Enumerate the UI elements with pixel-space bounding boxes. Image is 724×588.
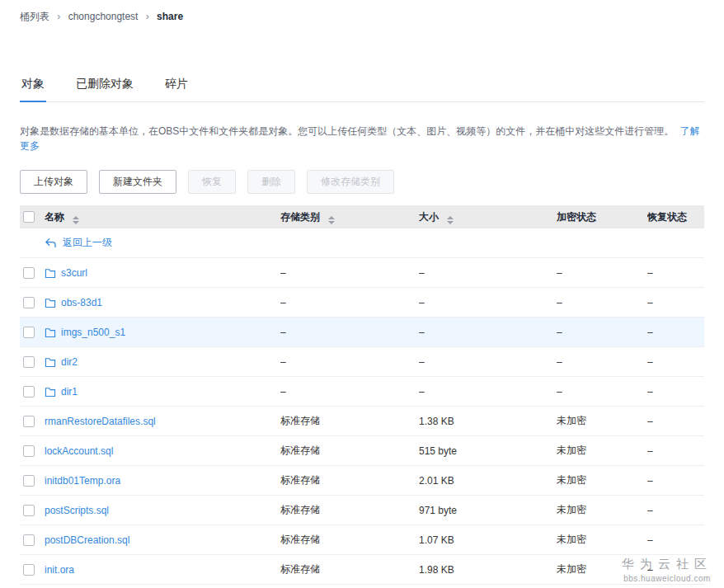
encryption-status-cell: 未加密 xyxy=(557,473,647,487)
object-name-link[interactable]: postScripts.sql xyxy=(45,505,109,516)
folder-icon xyxy=(45,387,56,397)
tabs: 对象 已删除对象 碎片 xyxy=(20,70,704,102)
table-row: dir2 – – – – xyxy=(20,347,704,377)
row-checkbox[interactable] xyxy=(23,445,35,457)
row-checkbox[interactable] xyxy=(23,327,35,338)
restore-status-cell: – xyxy=(647,327,704,338)
storage-class-cell: – xyxy=(280,267,419,279)
restore-status-cell: – xyxy=(647,356,704,368)
tab-objects[interactable]: 对象 xyxy=(20,70,46,101)
table-header: 名称 存储类别 大小 加密状态 恢复状态 xyxy=(20,205,704,228)
select-all-checkbox[interactable] xyxy=(23,211,35,223)
table-row: dir1 – – – – xyxy=(20,377,704,407)
restore-status-cell: – xyxy=(647,475,704,487)
table-row: rmanRestoreDatafiles.sql 标准存储 1.38 KB 未加… xyxy=(20,407,704,436)
size-cell: 1.38 KB xyxy=(419,416,557,427)
row-checkbox[interactable] xyxy=(23,267,35,279)
restore-status-cell: – xyxy=(647,505,704,516)
sort-icon-size[interactable] xyxy=(447,216,454,224)
object-name-link[interactable]: init.ora xyxy=(45,564,74,576)
object-name-link[interactable]: obs-83d1 xyxy=(61,297,102,308)
table-row: s3curl – – – – xyxy=(20,258,704,288)
encryption-status-cell: – xyxy=(557,356,647,368)
tab-fragments[interactable]: 碎片 xyxy=(163,70,190,101)
upload-object-button[interactable]: 上传对象 xyxy=(20,170,87,194)
sort-icon-name[interactable] xyxy=(73,216,79,224)
encryption-status-cell: 未加密 xyxy=(557,503,647,517)
restore-status-cell: – xyxy=(647,267,704,279)
breadcrumb-bucket-list[interactable]: 桶列表 xyxy=(20,11,49,22)
size-cell: – xyxy=(419,327,557,338)
tab-deleted-objects[interactable]: 已删除对象 xyxy=(74,70,135,101)
encryption-status-cell: – xyxy=(557,327,647,338)
storage-class-cell: 标准存储 xyxy=(280,414,419,428)
object-name-link[interactable]: initdb01Temp.ora xyxy=(45,475,120,487)
object-name-link[interactable]: dir1 xyxy=(61,386,78,397)
table-row: obs-83d1 – – – – xyxy=(20,288,704,318)
storage-class-cell: – xyxy=(280,386,419,397)
object-name-link[interactable]: postDBCreation.sql xyxy=(45,534,129,546)
breadcrumb: 桶列表 › chongchongtest › share xyxy=(20,0,704,24)
storage-class-cell: 标准存储 xyxy=(280,444,419,458)
back-to-parent-link[interactable]: 返回上一级 xyxy=(63,236,112,250)
storage-class-cell: – xyxy=(280,297,419,308)
objects-table: 名称 存储类别 大小 加密状态 恢复状态 返回上一级 xyxy=(20,205,704,585)
sort-icon-storage-class[interactable] xyxy=(328,216,335,224)
encryption-status-cell: – xyxy=(557,386,647,397)
modify-storage-class-button[interactable]: 修改存储类别 xyxy=(307,170,394,194)
size-cell: – xyxy=(419,267,557,279)
table-row: postScripts.sql 标准存储 971 byte 未加密 – xyxy=(20,496,704,525)
table-row: initdb01Temp.ora 标准存储 2.01 KB 未加密 – xyxy=(20,466,704,496)
size-cell: 515 byte xyxy=(419,445,557,457)
object-name-link[interactable]: lockAccount.sql xyxy=(45,445,113,457)
folder-icon xyxy=(45,357,56,367)
column-header-storage-class[interactable]: 存储类别 xyxy=(280,211,320,223)
object-name-link[interactable]: dir2 xyxy=(61,356,78,368)
storage-class-cell: – xyxy=(280,356,419,368)
folder-icon xyxy=(45,298,56,308)
storage-class-cell: 标准存储 xyxy=(280,473,419,487)
breadcrumb-separator: › xyxy=(57,11,60,22)
row-checkbox[interactable] xyxy=(23,475,35,487)
column-header-encryption-status: 加密状态 xyxy=(557,211,596,223)
row-checkbox[interactable] xyxy=(23,297,35,308)
breadcrumb-bucket-name[interactable]: chongchongtest xyxy=(68,11,139,22)
table-row: init.ora 标准存储 1.98 KB 未加密 – xyxy=(20,555,704,585)
breadcrumb-current-folder: share xyxy=(157,11,183,22)
column-header-restore-status: 恢复状态 xyxy=(647,211,687,223)
row-checkbox[interactable] xyxy=(23,356,35,368)
column-header-size[interactable]: 大小 xyxy=(419,211,439,223)
size-cell: – xyxy=(419,356,557,368)
delete-button[interactable]: 删除 xyxy=(247,170,295,194)
table-row: lockAccount.sql 标准存储 515 byte 未加密 – xyxy=(20,436,704,466)
size-cell: – xyxy=(419,297,557,308)
encryption-status-cell: 未加密 xyxy=(557,444,647,458)
table-row: postDBCreation.sql 标准存储 1.07 KB 未加密 – xyxy=(20,525,704,555)
obs-object-page: 桶列表 › chongchongtest › share 对象 已删除对象 碎片… xyxy=(0,0,724,585)
size-cell: 1.98 KB xyxy=(419,564,557,576)
storage-class-cell: 标准存储 xyxy=(280,562,419,576)
storage-class-cell: 标准存储 xyxy=(280,503,419,517)
row-checkbox[interactable] xyxy=(23,505,35,516)
restore-status-cell: – xyxy=(647,534,704,546)
object-name-link[interactable]: imgs_n500_s1 xyxy=(61,327,125,338)
back-row: 返回上一级 xyxy=(20,228,704,258)
row-checkbox[interactable] xyxy=(23,564,35,576)
folder-icon xyxy=(45,268,56,278)
object-name-link[interactable]: s3curl xyxy=(61,267,87,279)
restore-status-cell: – xyxy=(647,445,704,457)
back-arrow-icon xyxy=(45,238,57,248)
restore-button[interactable]: 恢复 xyxy=(188,170,236,194)
row-checkbox[interactable] xyxy=(23,534,35,546)
row-checkbox[interactable] xyxy=(23,386,35,397)
row-checkbox[interactable] xyxy=(23,416,35,427)
object-name-link[interactable]: rmanRestoreDatafiles.sql xyxy=(45,416,156,427)
column-header-name[interactable]: 名称 xyxy=(45,211,64,223)
encryption-status-cell: 未加密 xyxy=(557,562,647,576)
breadcrumb-separator: › xyxy=(146,11,149,22)
description: 对象是数据存储的基本单位，在OBS中文件和文件夹都是对象。您可以上传任何类型（文… xyxy=(20,124,704,153)
size-cell: 971 byte xyxy=(419,505,557,516)
storage-class-cell: – xyxy=(280,327,419,338)
new-folder-button[interactable]: 新建文件夹 xyxy=(99,170,176,194)
restore-status-cell: – xyxy=(647,564,704,576)
